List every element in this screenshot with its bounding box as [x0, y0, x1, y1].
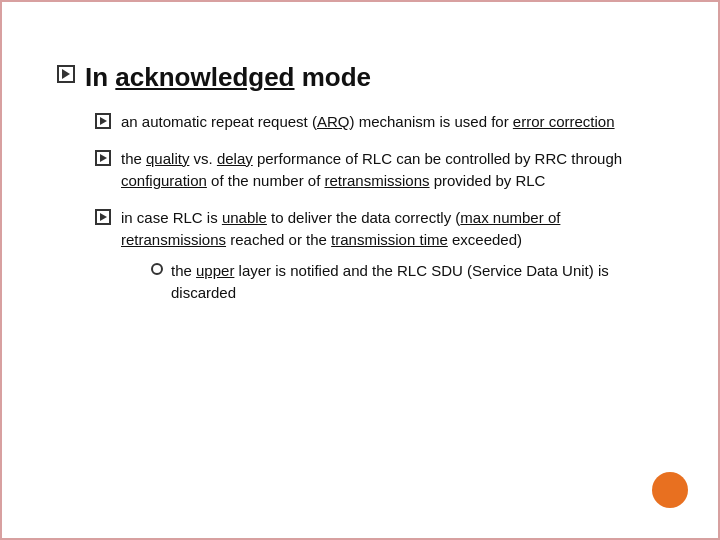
acknowledged-underlined: acknowledged: [115, 62, 294, 92]
main-bullet-icon: [57, 65, 75, 83]
sub-bullet-text-unable: in case RLC is unable to deliver the dat…: [121, 209, 560, 249]
sub-bullets-container: an automatic repeat request (ARQ) mechan…: [95, 111, 663, 311]
sub-bullet-icon-unable: [95, 209, 111, 225]
nested-bullets: the upper layer is notified and the RLC …: [151, 260, 663, 305]
sub-bullet-arq: an automatic repeat request (ARQ) mechan…: [95, 111, 663, 134]
sub-bullet-icon-quality: [95, 150, 111, 166]
nested-bullet-upper: the upper layer is notified and the RLC …: [151, 260, 663, 305]
sub-bullet-unable: in case RLC is unable to deliver the dat…: [95, 207, 663, 311]
sub-bullet-text-quality: the quality vs. delay performance of RLC…: [121, 148, 663, 193]
main-title: In acknowledged mode: [85, 62, 371, 93]
sub-bullet-text-arq: an automatic repeat request (ARQ) mechan…: [121, 111, 615, 134]
nested-bullet-text-upper: the upper layer is notified and the RLC …: [171, 260, 663, 305]
slide: In acknowledged mode an automatic repeat…: [0, 0, 720, 540]
main-bullet: In acknowledged mode: [57, 62, 663, 93]
nested-bullet-icon: [151, 263, 163, 275]
sub-bullet-icon-arq: [95, 113, 111, 129]
orange-circle-decoration: [652, 472, 688, 508]
sub-bullet-unable-content: in case RLC is unable to deliver the dat…: [121, 207, 663, 311]
sub-bullet-quality: the quality vs. delay performance of RLC…: [95, 148, 663, 193]
